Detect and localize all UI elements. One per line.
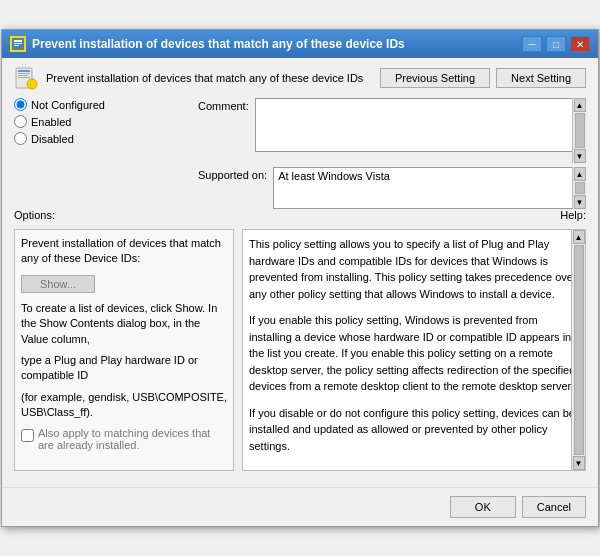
title-bar-left: Prevent installation of devices that mat…: [10, 36, 405, 52]
radio-enabled-label: Enabled: [31, 116, 71, 128]
radio-not-configured[interactable]: Not Configured: [14, 98, 194, 111]
options-desc1: To create a list of devices, click Show.…: [21, 301, 227, 347]
supported-scroll-thumb: [575, 182, 585, 194]
radio-group: Not Configured Enabled Disabled: [14, 98, 194, 145]
help-scrollbar: ▲ ▼: [571, 230, 585, 470]
scroll-up-arrow[interactable]: ▲: [574, 98, 586, 112]
radio-disabled-input[interactable]: [14, 132, 27, 145]
radio-enabled[interactable]: Enabled: [14, 115, 194, 128]
maximize-button[interactable]: □: [546, 36, 566, 52]
show-button[interactable]: Show...: [21, 275, 95, 293]
supported-label: Supported on:: [198, 167, 267, 181]
help-section-label: Help:: [560, 209, 586, 221]
next-setting-button[interactable]: Next Setting: [496, 68, 586, 88]
main-window: Prevent installation of devices that mat…: [1, 29, 599, 527]
svg-rect-8: [18, 77, 30, 78]
options-desc2: type a Plug and Play hardware ID or comp…: [21, 353, 227, 384]
title-controls: ─ □ ✕: [522, 36, 590, 52]
svg-rect-3: [14, 45, 19, 46]
svg-rect-6: [18, 73, 30, 74]
header-icon-text: ! Prevent installation of devices that m…: [14, 66, 380, 90]
help-scroll-up[interactable]: ▲: [573, 230, 585, 244]
help-para3: If you disable or do not configure this …: [249, 405, 579, 455]
window-title: Prevent installation of devices that mat…: [32, 37, 405, 51]
help-text: This policy setting allows you to specif…: [249, 236, 579, 454]
svg-rect-7: [18, 75, 28, 76]
supported-scroll-down[interactable]: ▼: [574, 195, 586, 209]
svg-rect-2: [14, 43, 22, 44]
content-area: ! Prevent installation of devices that m…: [2, 58, 598, 479]
options-panel: Prevent installation of devices that mat…: [14, 229, 234, 471]
help-para1: This policy setting allows you to specif…: [249, 236, 579, 302]
help-scroll-thumb: [574, 245, 584, 455]
supported-value: At least Windows Vista: [278, 170, 390, 182]
options-section-label: Options:: [14, 209, 55, 221]
prev-setting-button[interactable]: Previous Setting: [380, 68, 490, 88]
comment-scrollbar: ▲ ▼: [572, 98, 586, 163]
radio-enabled-input[interactable]: [14, 115, 27, 128]
two-column: Prevent installation of devices that mat…: [14, 229, 586, 471]
supported-box: At least Windows Vista: [273, 167, 586, 209]
also-apply-checkbox[interactable]: Also apply to matching devices that are …: [21, 427, 227, 451]
options-desc3: (for example, gendisk, USB\COMPOSITE, US…: [21, 390, 227, 421]
header-row: ! Prevent installation of devices that m…: [14, 66, 586, 90]
minimize-button[interactable]: ─: [522, 36, 542, 52]
svg-rect-1: [14, 40, 22, 42]
radio-not-configured-input[interactable]: [14, 98, 27, 111]
scroll-thumb: [575, 113, 585, 148]
supported-scrollbar: ▲ ▼: [572, 167, 586, 209]
title-bar: Prevent installation of devices that mat…: [2, 30, 598, 58]
also-apply-label: Also apply to matching devices that are …: [38, 427, 227, 451]
ok-button[interactable]: OK: [450, 496, 516, 518]
cancel-button[interactable]: Cancel: [522, 496, 586, 518]
window-icon: [10, 36, 26, 52]
section-header-row: Options: Help:: [14, 209, 586, 221]
help-scroll-down[interactable]: ▼: [573, 456, 585, 470]
comment-label: Comment:: [198, 98, 249, 112]
header-buttons: Previous Setting Next Setting: [380, 68, 586, 88]
close-button[interactable]: ✕: [570, 36, 590, 52]
right-panel: Comment: ▲ ▼ Supported on: At: [198, 98, 586, 209]
scroll-down-arrow[interactable]: ▼: [574, 149, 586, 163]
radio-disabled[interactable]: Disabled: [14, 132, 194, 145]
radio-disabled-label: Disabled: [31, 133, 74, 145]
supported-scroll-up[interactable]: ▲: [574, 167, 586, 181]
svg-text:!: !: [30, 81, 32, 90]
radio-not-configured-label: Not Configured: [31, 99, 105, 111]
policy-icon: !: [14, 66, 38, 90]
left-panel: Not Configured Enabled Disabled: [14, 98, 194, 209]
svg-point-9: [27, 79, 37, 89]
header-title: Prevent installation of devices that mat…: [46, 72, 363, 84]
svg-rect-5: [18, 70, 30, 72]
also-apply-input[interactable]: [21, 429, 34, 442]
comment-input[interactable]: [255, 98, 586, 152]
main-body: Not Configured Enabled Disabled Comment:: [14, 98, 586, 209]
options-main-text: Prevent installation of devices that mat…: [21, 236, 227, 267]
help-para2: If you enable this policy setting, Windo…: [249, 312, 579, 395]
bottom-bar: OK Cancel: [2, 487, 598, 526]
help-panel: This policy setting allows you to specif…: [242, 229, 586, 471]
